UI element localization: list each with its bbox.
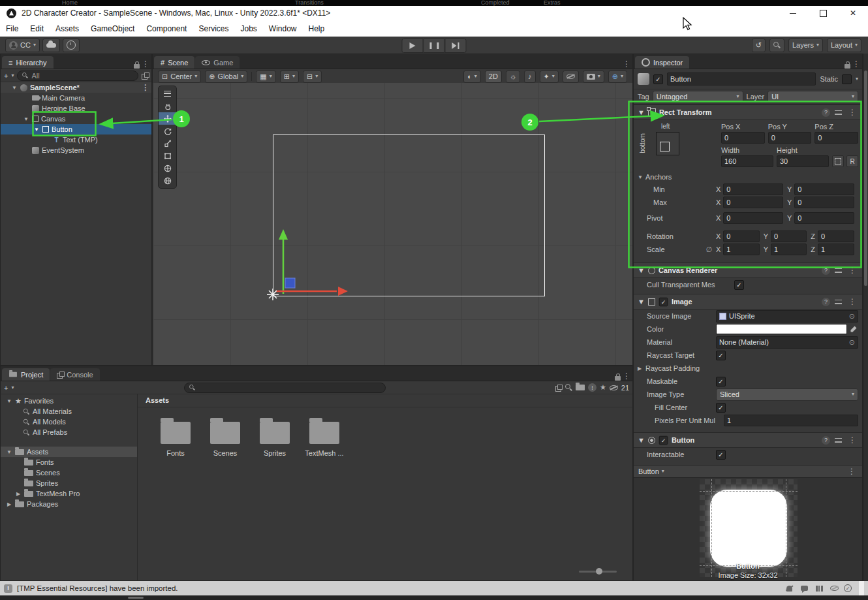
foldout-open-icon[interactable]: ▼: [638, 266, 645, 274]
width-field[interactable]: 160: [721, 155, 773, 167]
hierarchy-item-text-tmp[interactable]: Text (TMP): [1, 134, 151, 145]
active-checkbox[interactable]: ✓: [653, 74, 663, 84]
asset-folder-fonts[interactable]: Fonts: [152, 422, 199, 457]
help-icon[interactable]: ?: [822, 298, 830, 306]
menu-assets[interactable]: Assets: [50, 20, 85, 37]
rotation-x-field[interactable]: 0: [723, 230, 759, 242]
foldout-open-icon[interactable]: ▼: [638, 108, 645, 116]
tree-item-sprites[interactable]: Sprites: [1, 478, 137, 488]
foldout-closed-icon[interactable]: ▶: [6, 501, 12, 507]
tool-handle-rotation-dropdown[interactable]: ⊕ Global ▾: [205, 71, 247, 83]
search-button[interactable]: [769, 39, 784, 52]
tag-dropdown[interactable]: Untagged ▾: [653, 91, 743, 103]
menu-window[interactable]: Window: [263, 20, 303, 37]
help-icon[interactable]: ?: [822, 108, 830, 117]
help-icon[interactable]: ?: [822, 266, 830, 275]
fill-center-checkbox[interactable]: ✓: [716, 403, 726, 413]
raycast-padding-row[interactable]: ▶ Raycast Padding: [634, 362, 862, 375]
chevron-down-icon[interactable]: ▾: [856, 76, 858, 82]
presets-icon[interactable]: [835, 110, 842, 116]
grid-snap-dropdown[interactable]: ⊞ ▾: [280, 71, 299, 83]
scrollbar-thumb[interactable]: [864, 71, 867, 286]
layers-dropdown[interactable]: Layers ▾: [788, 39, 823, 52]
overlay-menu-button[interactable]: [159, 87, 176, 100]
camera-settings-dropdown[interactable]: ▾: [583, 71, 604, 83]
tab-project[interactable]: Project: [2, 368, 50, 381]
layer-dropdown[interactable]: UI ▾: [767, 91, 858, 103]
rotation-z-field[interactable]: 0: [818, 230, 854, 242]
help-icon[interactable]: ?: [822, 436, 830, 445]
maskable-checkbox[interactable]: ✓: [716, 377, 726, 387]
rect-tool-button[interactable]: [159, 150, 176, 162]
status-message[interactable]: [TMP Essential Resources] have been impo…: [17, 584, 178, 592]
foldout-closed-icon[interactable]: ▶: [15, 491, 22, 497]
material-field[interactable]: None (Material) ⊙: [716, 336, 858, 349]
code-ok-icon[interactable]: ✓: [844, 584, 852, 592]
object-picker-icon[interactable]: ⊙: [849, 312, 855, 321]
static-checkbox[interactable]: .: [842, 74, 852, 84]
canvas-renderer-header[interactable]: ▼ Canvas Renderer ? ⋮: [634, 262, 862, 278]
anchor-preset-box[interactable]: [656, 132, 679, 155]
lighting-toggle[interactable]: ☼: [506, 71, 520, 83]
shading-mode-dropdown[interactable]: ◐ ▾: [463, 71, 481, 83]
pos-x-field[interactable]: 0: [721, 132, 765, 144]
hidden-count-icon[interactable]: [610, 385, 618, 390]
favorites-header[interactable]: ▼ ★ Favorites: [1, 396, 137, 406]
image-header[interactable]: ▼ ✓ Image ? ⋮: [634, 294, 862, 309]
tab-inspector[interactable]: Inspector: [635, 56, 689, 69]
hierarchy-item-main-camera[interactable]: Main Camera: [1, 93, 151, 103]
tab-console[interactable]: Console: [50, 368, 99, 381]
interactable-checkbox[interactable]: ✓: [716, 450, 726, 460]
max-y-field[interactable]: 0: [794, 197, 854, 208]
favorite-all-prefabs[interactable]: All Prefabs: [1, 427, 137, 437]
maximize-button[interactable]: [808, 6, 838, 20]
raycast-target-checkbox[interactable]: ✓: [716, 351, 726, 360]
hierarchy-item-canvas[interactable]: ▼ Canvas: [1, 114, 151, 124]
scale-x-field[interactable]: 1: [723, 244, 759, 255]
kebab-menu-icon[interactable]: ⋮: [846, 297, 858, 306]
foldout-open-icon[interactable]: ▼: [638, 298, 645, 306]
hierarchy-item-eventsystem[interactable]: EventSystem: [1, 145, 151, 155]
cull-transparent-checkbox[interactable]: ✓: [734, 280, 744, 290]
effects-dropdown[interactable]: ✦ ▾: [540, 71, 559, 83]
undo-history-button[interactable]: ↺: [752, 39, 766, 52]
move-gizmo[interactable]: [153, 83, 632, 365]
foldout-open-icon[interactable]: ▼: [6, 398, 12, 404]
link-scale-icon[interactable]: ∅: [705, 245, 712, 254]
presets-icon[interactable]: [835, 299, 842, 305]
tree-item-assets[interactable]: ▼ Assets: [1, 447, 137, 457]
scene-viewport[interactable]: [153, 83, 632, 365]
play-button[interactable]: [402, 39, 424, 53]
scale-tool-button[interactable]: [159, 137, 176, 150]
anchors-foldout[interactable]: ▼ Anchors: [634, 171, 862, 183]
rect-transform-header[interactable]: ▼ Rect Transform ? ⋮: [634, 104, 862, 120]
step-button[interactable]: [445, 39, 467, 53]
horizontal-scrollbar-thumb[interactable]: [128, 597, 144, 599]
kebab-menu-icon[interactable]: ⋮: [846, 108, 858, 117]
snap-increment-dropdown[interactable]: ⊟ ▾: [303, 71, 322, 83]
menu-file[interactable]: File: [0, 20, 24, 37]
project-search-input[interactable]: [184, 383, 386, 393]
kebab-menu-icon[interactable]: ⋮: [140, 83, 151, 92]
move-tool-button[interactable]: [159, 112, 176, 125]
menu-jobs[interactable]: Jobs: [234, 20, 262, 37]
lock-icon[interactable]: [615, 376, 621, 381]
eyedropper-icon[interactable]: [849, 324, 858, 334]
min-y-field[interactable]: 0: [794, 183, 854, 195]
add-button[interactable]: +: [4, 384, 8, 392]
notifications-muted-icon[interactable]: [784, 586, 794, 592]
foldout-open-icon[interactable]: ▼: [6, 449, 12, 455]
foldout-open-icon[interactable]: ▼: [11, 85, 18, 91]
source-image-field[interactable]: UISprite ⊙: [716, 310, 858, 323]
pivot-x-field[interactable]: 0: [723, 212, 783, 224]
presets-icon[interactable]: [835, 437, 842, 443]
max-x-field[interactable]: 0: [723, 197, 783, 208]
rotation-y-field[interactable]: 0: [771, 230, 807, 242]
gizmos-dropdown[interactable]: ⊕ ▾: [608, 71, 627, 83]
inspector-scrollbar[interactable]: [863, 54, 868, 581]
asset-folder-sprites[interactable]: Sprites: [251, 422, 298, 457]
menu-component[interactable]: Component: [140, 20, 193, 37]
progress-button[interactable]: [63, 39, 80, 52]
open-in-new-window-icon[interactable]: [555, 385, 562, 391]
close-button[interactable]: ✕: [838, 6, 868, 20]
